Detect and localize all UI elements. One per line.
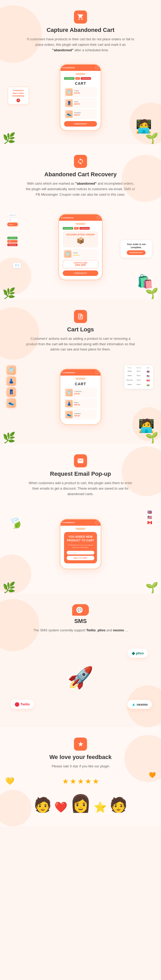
- log-chip-2: 👗: [6, 376, 16, 386]
- blob-deco-1: [0, 5, 42, 63]
- phone-header-2: e-commerce: [59, 215, 102, 221]
- section-6-title: We love your feedback: [49, 754, 112, 760]
- log-action-1: Added: [126, 370, 133, 373]
- log-row-1: Added Item 1 🇬🇧: [126, 369, 151, 374]
- section-abandoned-cart: Capture Abandoned Cart If customers have…: [0, 0, 161, 144]
- section-email-popup: Request Email Pop-up When customers add …: [0, 444, 161, 593]
- log-row-2: Added Item 2 🇺🇸: [126, 374, 151, 379]
- coupon-value: 10% OFF: [65, 264, 96, 267]
- section-4-desc: When customers add a product to cart, th…: [26, 480, 135, 497]
- speech-bubble: Your order is not complete. Checkout now…: [121, 240, 152, 258]
- plant-deco-right-2: 🌱: [145, 287, 158, 299]
- section-cart-logs: Cart Logs Customers' actions such as add…: [0, 299, 161, 444]
- section-3-icon: [74, 310, 87, 323]
- heart-right: 🧡: [149, 772, 156, 779]
- heart-left: 💛: [5, 777, 14, 786]
- checkout-button-2[interactable]: CHECKOUT: [63, 270, 98, 276]
- cart-icon: [77, 14, 84, 21]
- section-2-icon: [74, 155, 87, 168]
- brand-label-2: e-commerce: [61, 216, 73, 219]
- section-2-title: Abandoned Cart Recovery: [45, 171, 116, 178]
- brand-label-3: e-commerce: [62, 371, 75, 374]
- star-icon: ★: [78, 740, 84, 748]
- tag-left-1: customers#1: [7, 237, 18, 239]
- log-item-display-3: 👟 Sneakers $89.99: [64, 410, 97, 420]
- log-price-1: $24.99: [74, 393, 96, 395]
- rocket-illustration: 🚀: [67, 665, 94, 690]
- flag-us: 🇺🇸: [147, 515, 152, 519]
- cart-item-name-2: Jeans: [74, 101, 96, 102]
- tag-left-3: #Abandoned: [7, 243, 18, 246]
- phone-notch: [75, 73, 86, 75]
- phone-notch-2: [75, 223, 86, 225]
- section-5-title: SMS: [74, 618, 87, 625]
- bubble-text: Your order is not complete.: [124, 243, 148, 249]
- log-img-3: 👟: [65, 411, 73, 418]
- recovery-img-1: 👕: [64, 250, 71, 258]
- person-feedback-3: 🧑: [110, 796, 128, 813]
- cart-item-3: 👟 Sneakers $89.99: [64, 109, 97, 119]
- recovery-cart-item-1: 👕 T-Shirt ★★★★★: [63, 249, 98, 259]
- checkout-button-1[interactable]: CHECKOUT: [64, 121, 97, 127]
- section-3-desc: Customers' actions such as adding a prod…: [26, 336, 135, 352]
- log-item-display-1: 👕 T-Shirt Pro $24.99: [64, 388, 97, 398]
- twilio-logo: ⬤ Twilio: [10, 700, 34, 709]
- email-popup-title: YOU ADDED NEW PRODUCT TO CART: [67, 535, 94, 542]
- nexmo-logo: ▲ nexmo: [127, 700, 152, 709]
- plivo-label: plivo: [136, 651, 144, 655]
- log-chip-3: 👖: [6, 387, 16, 397]
- log-flag-3: 🇨🇦: [145, 379, 151, 382]
- phone-search-3: [96, 371, 99, 374]
- log-action-3: Removed: [126, 379, 133, 382]
- logs-side-items: 👕 👗 👖 👟: [6, 365, 16, 408]
- section-2-desc: With carts which are marked as "abandone…: [26, 181, 135, 197]
- label-customers: customers: [7, 213, 18, 217]
- cart-item-price-1: $24.99: [74, 92, 96, 94]
- phone-notch-3: [75, 378, 86, 380]
- email-icon: [77, 457, 84, 464]
- email-popup-desc: To add this item to your cart, please en…: [67, 544, 94, 549]
- nexmo-icon: ▲: [131, 702, 135, 707]
- recovery-info-1: T-Shirt ★★★★★: [73, 252, 97, 256]
- tag-left-2: 2/21: [7, 240, 18, 243]
- log-item-display-2: 👗 Dress $59.99: [64, 399, 97, 409]
- plivo-icon: ◆: [132, 651, 135, 656]
- plant-deco-right-3: 🌱: [145, 431, 158, 444]
- plant-deco-right-1: 🌱: [145, 132, 158, 144]
- add-to-cart-btn[interactable]: ADD TO CART: [67, 556, 94, 560]
- log-row-4: Added Item 4 🇮🇳: [126, 383, 151, 387]
- log-name-3: Sneakers: [74, 413, 96, 414]
- plant-deco-right-4: 🌱: [145, 581, 158, 594]
- tags-left: customers#1 2/21 #Abandoned: [7, 237, 18, 246]
- coupon-label: COUPON CODE: [65, 262, 96, 264]
- right-flags: 🇬🇧 🇺🇸 🇨🇦: [147, 510, 152, 525]
- section-1-title: Capture Abandoned Cart: [46, 27, 115, 33]
- recovery-icon: [77, 158, 84, 165]
- person-feedback-2: 👩: [70, 794, 91, 813]
- label-status: Status: [7, 223, 18, 226]
- log-product-1: Item 1: [135, 370, 142, 373]
- phone-inner-1: customers#1 2/21 #Abandoned CART 👕 T-Shi…: [63, 77, 98, 127]
- sms-chat-icon: 💬: [77, 607, 83, 613]
- log-img-1: 👕: [65, 389, 73, 396]
- tag-abandoned: #Abandoned: [81, 77, 91, 80]
- cart-item-info-3: Sneakers $89.99: [74, 112, 96, 116]
- section-6-desc: Please rate 5 star if you like our plugi…: [52, 764, 109, 769]
- section-1-desc: If customers have products in their cart…: [26, 37, 135, 53]
- tag-rec-3: #Abandoned: [80, 227, 90, 230]
- heart-deco: ❤️: [54, 801, 67, 813]
- person-illustration-2: 🛍️: [137, 274, 153, 289]
- log-info-1: T-Shirt Pro $24.99: [74, 391, 96, 395]
- phone-cart-title-3: CART: [64, 382, 97, 386]
- col-product: Product: [135, 367, 142, 369]
- log-name-1: T-Shirt Pro: [74, 391, 96, 392]
- section-1-phone-area: Customers don't order immediately e-comm…: [5, 60, 156, 134]
- log-action-4: Added: [126, 384, 133, 386]
- phone-inner-2: customers#1 2/21 #Abandoned INCOMPLETED …: [62, 227, 99, 276]
- log-info-3: Sneakers $89.99: [74, 413, 96, 417]
- blob-deco-12: [0, 790, 31, 826]
- incompleted-order-title: INCOMPLETED ORDER: [65, 233, 96, 236]
- checkout-now-btn[interactable]: Checkout now !: [127, 250, 145, 255]
- email-input-fake[interactable]: Your email: [67, 551, 94, 554]
- phone-search-2: [97, 216, 100, 219]
